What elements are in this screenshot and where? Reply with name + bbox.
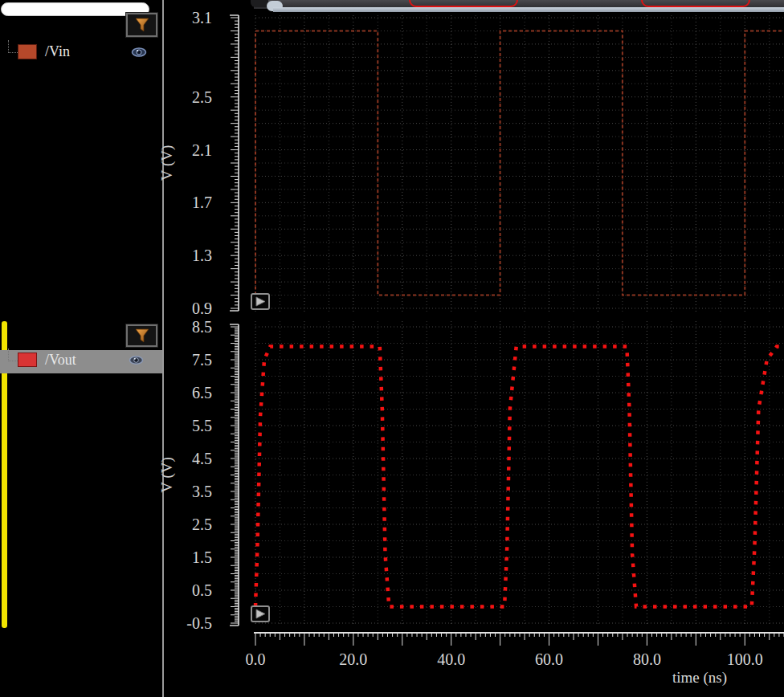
- y-axis-title: V (V): [158, 457, 176, 493]
- y-tick-label: 2.5: [192, 88, 212, 106]
- waveform-viewer-window: /Vin /Vout: [0, 0, 784, 697]
- x-tick-label: 20.0: [339, 650, 367, 668]
- y-tick-label: 2.1: [192, 141, 212, 159]
- x-tick-label: 40.0: [437, 650, 465, 668]
- y-axis-title: V (V): [158, 145, 176, 181]
- x-axis-title: time (ns): [672, 669, 727, 687]
- y-tick-label: -0.5: [186, 614, 212, 632]
- plot-Vout: 8.57.56.55.54.53.52.51.50.5-0.5V (V): [158, 318, 784, 632]
- y-tick-label: 2.5: [192, 516, 212, 533]
- x-axis-ruler[interactable]: [254, 633, 784, 646]
- x-tick-label: 0.0: [246, 650, 266, 668]
- y-tick-label: 1.3: [192, 247, 212, 264]
- x-tick-label: 100.0: [727, 650, 763, 668]
- y-tick-label: 1.5: [192, 548, 212, 566]
- plot-Vin: 3.12.52.11.71.30.9V (V): [158, 9, 784, 317]
- y-tick-label: 5.5: [192, 417, 212, 434]
- y-tick-label: 8.5: [192, 318, 212, 336]
- y-tick-label: 0.9: [192, 300, 212, 317]
- plot-canvas-Vin[interactable]: [255, 15, 784, 312]
- strip-play-button[interactable]: [251, 294, 269, 309]
- strip-play-button[interactable]: [251, 606, 269, 622]
- y-axis-ruler[interactable]: [230, 15, 239, 311]
- y-tick-label: 4.5: [192, 450, 212, 467]
- y-tick-label: 3.5: [192, 483, 212, 500]
- y-axis-ruler[interactable]: [230, 324, 239, 626]
- y-tick-label: 7.5: [192, 351, 212, 369]
- y-tick-label: 3.1: [192, 9, 212, 26]
- y-tick-label: 1.7: [192, 194, 212, 211]
- y-tick-label: 0.5: [192, 581, 212, 599]
- x-tick-label: 80.0: [633, 650, 661, 668]
- plot-canvas-Vout[interactable]: [255, 321, 784, 626]
- x-tick-label: 60.0: [535, 650, 563, 668]
- plot-region: 3.12.52.11.71.30.9V (V)8.57.56.55.54.53.…: [0, 0, 784, 697]
- y-tick-label: 6.5: [192, 384, 212, 401]
